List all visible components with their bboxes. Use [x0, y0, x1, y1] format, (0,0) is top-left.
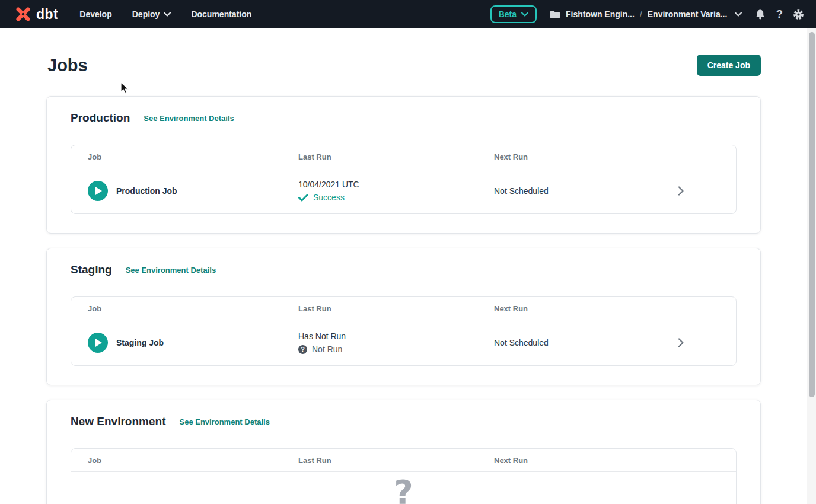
help-icon[interactable]: ?	[776, 8, 783, 21]
see-environment-details-link[interactable]: See Environment Details	[126, 266, 216, 275]
see-environment-details-link[interactable]: See Environment Details	[144, 114, 234, 123]
job-row-production-job[interactable]: Production Job 10/04/2021 UTC Success No…	[71, 168, 736, 213]
chevron-down-icon	[521, 12, 528, 17]
environment-header: Production See Environment Details	[71, 111, 737, 125]
nav-item-documentation[interactable]: Documentation	[191, 9, 251, 19]
nav-icon-group: ?	[755, 8, 804, 21]
environment-card-production: Production See Environment Details Job L…	[46, 96, 761, 234]
breadcrumb-separator: /	[640, 9, 642, 19]
job-name: Staging Job	[116, 338, 164, 347]
dbt-logo-icon	[14, 5, 32, 23]
column-header-next-run: Next Run	[477, 304, 626, 313]
scrollbar-track	[807, 28, 816, 504]
environment-header: New Environment See Environment Details	[71, 415, 737, 428]
create-job-button[interactable]: Create Job	[697, 55, 761, 76]
job-row-staging-job[interactable]: Staging Job Has Not Run ? Not Run Not Sc…	[71, 320, 736, 365]
nav-item-develop[interactable]: Develop	[79, 9, 111, 19]
jobs-table-header: Job Last Run Next Run	[71, 297, 736, 320]
brand-wordmark: dbt	[36, 7, 58, 23]
last-run-date: Has Not Run	[298, 331, 477, 341]
nav-menu: Develop Deploy Documentation	[79, 9, 251, 19]
environment-name: Staging	[71, 263, 112, 276]
chevron-down-icon[interactable]	[735, 12, 742, 17]
beta-label: Beta	[499, 9, 517, 19]
empty-state-question-icon: ?	[394, 476, 413, 504]
column-header-last-run: Last Run	[282, 456, 477, 465]
success-check-icon	[298, 194, 308, 202]
title-row: Jobs Create Job	[46, 55, 761, 76]
column-header-job: Job	[71, 304, 282, 313]
scrollbar-thumb[interactable]	[809, 32, 815, 397]
next-run-value: Not Scheduled	[477, 186, 626, 196]
play-icon	[95, 339, 102, 347]
dbt-logo[interactable]: dbt	[14, 5, 58, 23]
jobs-table: Job Last Run Next Run Production Job 10/…	[71, 145, 737, 214]
column-header-next-run: Next Run	[477, 152, 626, 161]
folder-icon	[550, 10, 560, 19]
settings-gear-icon[interactable]	[793, 9, 804, 20]
nav-item-deploy[interactable]: Deploy	[132, 9, 171, 19]
chevron-right-icon[interactable]	[678, 186, 684, 196]
nav-item-deploy-label: Deploy	[132, 9, 160, 19]
status-label: Success	[313, 193, 345, 202]
job-name: Production Job	[116, 186, 177, 196]
column-header-last-run: Last Run	[282, 152, 477, 161]
jobs-table-header: Job Last Run Next Run	[71, 449, 736, 472]
breadcrumb: Fishtown Engin... / Environment Varia...	[550, 9, 742, 19]
column-header-next-run: Next Run	[477, 456, 626, 465]
run-job-play-button[interactable]	[88, 333, 108, 353]
run-job-play-button[interactable]	[88, 181, 108, 201]
breadcrumb-section[interactable]: Environment Varia...	[648, 9, 728, 19]
column-header-job: Job	[71, 152, 282, 161]
environment-name: New Environment	[71, 415, 165, 428]
last-run-status: ? Not Run	[298, 344, 477, 354]
page-title: Jobs	[46, 56, 88, 75]
nav-right-cluster: Beta Fishtown Engin... / Environment Var…	[490, 5, 804, 23]
environment-header: Staging See Environment Details	[71, 263, 737, 276]
main-content: Jobs Create Job Production See Environme…	[46, 55, 761, 504]
chevron-right-icon[interactable]	[678, 338, 684, 347]
empty-jobs-state: ?	[71, 472, 736, 504]
nav-item-develop-label: Develop	[79, 9, 111, 19]
status-label: Not Run	[312, 344, 342, 354]
play-icon	[95, 187, 102, 195]
jobs-table: Job Last Run Next Run Staging Job Has No…	[71, 296, 737, 366]
environment-name: Production	[71, 111, 130, 125]
jobs-table: Job Last Run Next Run ?	[71, 448, 737, 504]
environment-card-new-environment: New Environment See Environment Details …	[46, 400, 761, 504]
last-run-date: 10/04/2021 UTC	[298, 180, 477, 189]
chevron-down-icon	[164, 12, 171, 17]
top-nav: dbt Develop Deploy Documentation Beta Fi…	[0, 0, 816, 28]
beta-dropdown-button[interactable]: Beta	[490, 5, 537, 23]
not-run-question-icon: ?	[298, 345, 307, 354]
column-header-last-run: Last Run	[282, 304, 477, 313]
next-run-value: Not Scheduled	[477, 338, 626, 347]
column-header-job: Job	[71, 456, 282, 465]
notifications-bell-icon[interactable]	[755, 9, 766, 20]
jobs-table-header: Job Last Run Next Run	[71, 145, 736, 168]
nav-item-documentation-label: Documentation	[191, 9, 251, 19]
breadcrumb-project[interactable]: Fishtown Engin...	[566, 9, 635, 19]
environment-card-staging: Staging See Environment Details Job Last…	[46, 248, 761, 385]
see-environment-details-link[interactable]: See Environment Details	[179, 417, 269, 426]
last-run-status: Success	[298, 193, 477, 202]
